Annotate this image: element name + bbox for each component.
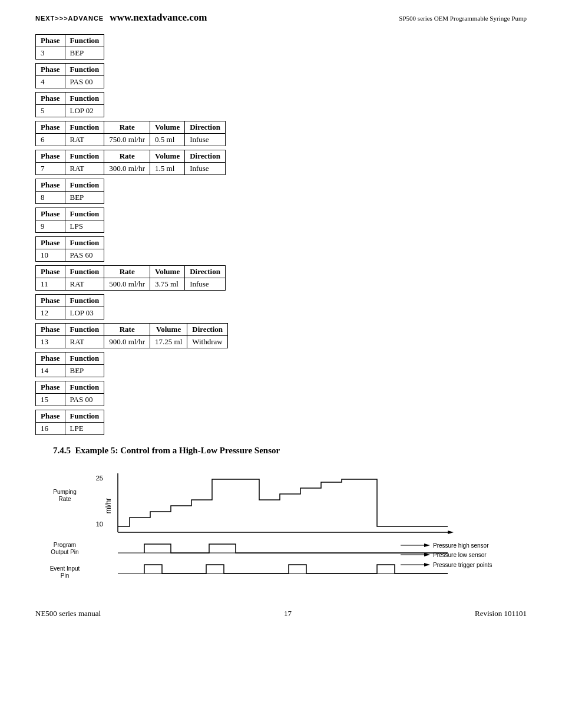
phase-number: 6	[36, 134, 65, 146]
phase-tables-container: PhaseFunction 3BEP PhaseFunction 4PAS 00…	[35, 34, 527, 435]
phase-volume: 17.25 ml	[150, 336, 187, 348]
col-function: Function	[65, 266, 104, 278]
col-function: Function	[65, 324, 104, 336]
col-function: Function	[65, 150, 104, 163]
col-volume: Volume	[150, 150, 185, 163]
legend-label-low: Pressure low sensor	[433, 552, 487, 558]
phase-function: BEP	[65, 192, 104, 204]
program-output-label1: Program	[54, 542, 76, 548]
col-rate: Rate	[104, 266, 150, 278]
phase-number: 7	[36, 163, 65, 175]
phase-number: 5	[36, 105, 65, 117]
phase-number: 16	[36, 423, 65, 435]
col-rate: Rate	[104, 150, 150, 163]
col-direction: Direction	[185, 150, 226, 163]
phase-table-9: PhaseFunction 9LPS	[35, 207, 104, 233]
col-function: Function	[65, 353, 104, 365]
phase-number: 10	[36, 249, 65, 262]
col-function: Function	[65, 237, 104, 249]
page-header: NEXT>>>ADVANCE www.nextadvance.com SP500…	[35, 12, 527, 24]
phase-direction: Infuse	[185, 163, 226, 175]
col-phase: Phase	[36, 324, 65, 336]
phase-table-8: PhaseFunction 8BEP	[35, 179, 104, 204]
phase-table-6: Phase Function Rate Volume Direction 6 R…	[35, 121, 226, 146]
legend-arrow-trigger	[424, 563, 430, 566]
phase-table-4: PhaseFunction 4PAS 00	[35, 63, 104, 88]
phase-number: 11	[36, 278, 65, 291]
page-footer: NE500 series manual 17 Revision 101101	[35, 609, 527, 618]
legend-arrow-high	[424, 543, 430, 547]
program-output-label2: Output Pin	[51, 549, 78, 555]
phase-number: 8	[36, 192, 65, 204]
col-function: Function	[65, 179, 104, 192]
phase-direction: Infuse	[185, 134, 226, 146]
phase-function: BEP	[65, 47, 104, 60]
phase-volume: 3.75 ml	[150, 278, 185, 291]
phase-volume: 0.5 ml	[150, 134, 185, 146]
col-phase: Phase	[36, 353, 65, 365]
col-phase: Phase	[36, 410, 65, 423]
col-function: Function	[65, 410, 104, 423]
col-phase: Phase	[36, 179, 65, 192]
col-function: Function	[65, 64, 104, 76]
x-axis-arrow	[448, 531, 454, 534]
footer-left: NE500 series manual	[35, 609, 101, 618]
website-url: www.nextadvance.com	[110, 12, 207, 24]
logo: NEXT>>>ADVANCE	[35, 15, 104, 22]
y-label-mid: 10	[96, 521, 103, 528]
phase-function: PAS 60	[65, 249, 104, 262]
col-rate: Rate	[104, 324, 150, 336]
chart-area: 25 10 ml/hr Pumping Rate Program Output …	[35, 462, 518, 591]
section-title: 7.4.5 Example 5: Control from a High-Low…	[53, 446, 527, 456]
col-volume: Volume	[150, 121, 185, 134]
phase-number: 4	[36, 76, 65, 88]
phase-function: PAS 00	[65, 76, 104, 88]
phase-number: 9	[36, 220, 65, 233]
phase-rate: 300.0 ml/hr	[104, 163, 150, 175]
legend-arrow-low	[424, 553, 430, 556]
phase-number: 13	[36, 336, 65, 348]
phase-table-14: PhaseFunction 14BEP	[35, 352, 104, 377]
col-phase: Phase	[36, 237, 65, 249]
col-phase: Phase	[36, 121, 65, 134]
phase-table-7: Phase Function Rate Volume Direction 7 R…	[35, 150, 226, 175]
phase-number: 3	[36, 47, 65, 60]
col-function: Function	[65, 381, 104, 394]
pumping-rate-label: Pumping	[53, 489, 76, 495]
legend-label-trigger: Pressure trigger points	[433, 562, 492, 568]
col-volume: Volume	[150, 324, 187, 336]
col-direction: Direction	[185, 121, 226, 134]
phase-volume: 1.5 ml	[150, 163, 185, 175]
phase-function: LPS	[65, 220, 104, 233]
footer-page: 17	[284, 609, 292, 618]
pumping-rate-label2: Rate	[58, 496, 71, 502]
phase-table-10: PhaseFunction 10PAS 60	[35, 236, 104, 262]
col-volume: Volume	[150, 266, 185, 278]
phase-direction: Infuse	[185, 278, 226, 291]
col-function: Function	[65, 121, 104, 134]
phase-function: RAT	[65, 163, 104, 175]
event-input-label1: Event Input	[50, 565, 80, 572]
phase-table-13: Phase Function Rate Volume Direction 13 …	[35, 323, 228, 348]
phase-table-15: PhaseFunction 15PAS 00	[35, 381, 104, 406]
phase-function: LOP 02	[65, 105, 104, 117]
col-direction: Direction	[187, 324, 228, 336]
footer-right: Revision 101101	[475, 609, 527, 618]
y-axis-unit: ml/hr	[104, 498, 113, 514]
phase-rate: 900.0 ml/hr	[104, 336, 150, 348]
phase-function: LPE	[65, 423, 104, 435]
col-phase: Phase	[36, 266, 65, 278]
phase-table-12: PhaseFunction 12LOP 03	[35, 294, 104, 319]
pump-rate-line	[118, 479, 448, 526]
col-phase: Phase	[36, 381, 65, 394]
phase-rate: 500.0 ml/hr	[104, 278, 150, 291]
phase-table-5: PhaseFunction 5LOP 02	[35, 92, 104, 117]
phase-number: 15	[36, 394, 65, 406]
legend-label-high: Pressure high sensor	[433, 542, 489, 549]
event-input-label2: Pin	[61, 572, 69, 579]
col-phase: Phase	[36, 35, 65, 47]
phase-direction: Withdraw	[187, 336, 228, 348]
phase-function: LOP 03	[65, 307, 104, 319]
phase-table-16: PhaseFunction 16LPE	[35, 410, 104, 435]
col-phase: Phase	[36, 208, 65, 220]
